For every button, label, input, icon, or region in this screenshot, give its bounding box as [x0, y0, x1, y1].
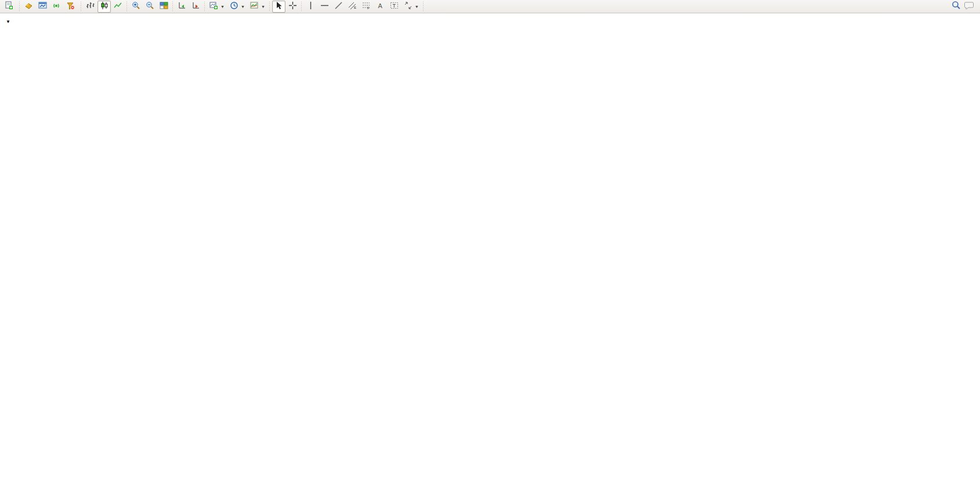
zoom-out-button[interactable] — [143, 1, 157, 13]
autotrading-icon — [66, 1, 75, 12]
chart-canvas[interactable] — [0, 0, 980, 494]
svg-text:T: T — [392, 3, 396, 9]
add-indicator-icon — [209, 1, 218, 12]
autotrading-button[interactable] — [64, 1, 79, 13]
fibonacci-icon: F — [362, 1, 371, 12]
candlestick-mode-button[interactable] — [97, 1, 111, 13]
toolbar-separator — [203, 1, 207, 12]
clock-icon — [230, 1, 238, 12]
channel-tool-button[interactable]: E — [346, 1, 359, 13]
chevron-down-icon: ▼ — [261, 5, 265, 9]
svg-text:E: E — [354, 6, 356, 9]
cursor-icon — [274, 1, 283, 12]
chevron-down-icon: ▼ — [241, 5, 245, 9]
toolbar-separator — [79, 1, 83, 12]
template-icon — [250, 1, 259, 12]
search-icon[interactable] — [952, 1, 961, 12]
text-icon: A — [376, 1, 385, 12]
chevron-down-icon: ▼ — [415, 5, 419, 9]
zoom-in-icon — [132, 1, 140, 12]
templates-button[interactable]: ▼ — [248, 1, 267, 13]
chart-shift-button[interactable] — [189, 1, 202, 13]
vertical-line-icon — [306, 1, 315, 12]
chart-shift-icon — [191, 1, 200, 12]
trendline-icon — [334, 1, 343, 12]
notifications-button[interactable] — [964, 1, 974, 12]
toolbar-separator — [125, 1, 129, 12]
add-indicator-button[interactable]: ▼ — [207, 1, 227, 13]
zoom-in-button[interactable] — [129, 1, 143, 13]
toolbar-separator — [268, 1, 272, 12]
toolbar-separator — [300, 1, 303, 12]
bar-chart-mode-button[interactable] — [84, 1, 97, 13]
signals-button[interactable] — [50, 1, 63, 13]
toolbar-separator — [422, 1, 425, 12]
symbols-icon — [24, 1, 33, 12]
new-order-button[interactable] — [2, 1, 17, 13]
vertical-line-tool-button[interactable] — [304, 1, 317, 13]
text-label-tool-button[interactable]: T — [388, 1, 401, 13]
symbols-button[interactable] — [22, 1, 35, 13]
zoom-out-icon — [146, 1, 154, 12]
svg-text:F: F — [367, 6, 370, 10]
signals-icon — [52, 1, 61, 12]
chart-menu-icon[interactable]: ▼ — [6, 19, 10, 24]
main-toolbar: ▼ ▼ ▼ E F A T ▼ — [0, 0, 980, 13]
new-chart-button[interactable] — [36, 1, 49, 13]
tile-windows-button[interactable] — [157, 1, 171, 13]
trendline-tool-button[interactable] — [332, 1, 345, 13]
horizontal-line-tool-button[interactable] — [318, 1, 331, 13]
svg-text:A: A — [378, 2, 382, 9]
mt4-terminal: { "toolbar": { "new_order_label": "新订单",… — [0, 0, 980, 494]
equidistant-channel-icon: E — [348, 1, 357, 12]
auto-scroll-button[interactable] — [175, 1, 189, 13]
toolbar-separator — [18, 1, 21, 12]
arrows-tool-button[interactable]: ▼ — [402, 1, 421, 13]
crosshair-tool-button[interactable] — [286, 1, 299, 13]
chart-window-title: ▼ — [6, 17, 13, 25]
cursor-tool-button[interactable] — [272, 1, 285, 13]
text-tool-button[interactable]: A — [374, 1, 387, 13]
line-chart-mode-button[interactable] — [111, 1, 125, 13]
horizontal-line-icon — [320, 1, 329, 12]
periods-button[interactable]: ▼ — [227, 1, 247, 13]
bar-chart-icon — [86, 1, 95, 12]
tile-windows-icon — [160, 1, 168, 12]
toolbar-separator — [171, 1, 175, 12]
arrows-icon — [404, 1, 413, 12]
crosshair-icon — [288, 1, 297, 12]
chevron-down-icon: ▼ — [220, 5, 225, 9]
text-label-icon: T — [390, 1, 399, 12]
toolbar-right-group — [952, 1, 978, 12]
line-chart-icon — [114, 1, 122, 12]
auto-scroll-icon — [178, 1, 186, 12]
fibonacci-tool-button[interactable]: F — [360, 1, 373, 13]
new-chart-icon — [38, 1, 47, 12]
candlestick-icon — [100, 1, 109, 12]
chat-bubble-icon — [964, 2, 974, 12]
new-order-icon — [5, 1, 13, 12]
